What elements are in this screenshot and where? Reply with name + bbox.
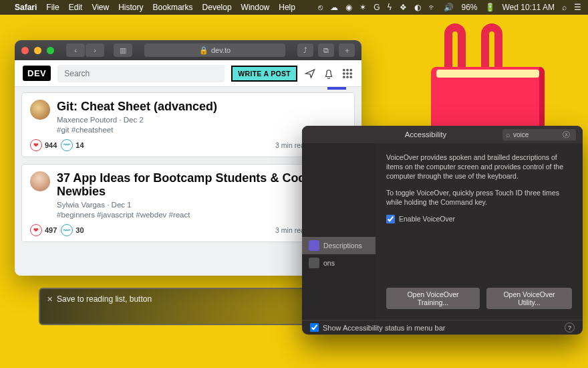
prefs-search-input[interactable] <box>513 131 560 139</box>
volume-icon[interactable]: 🔊 <box>444 3 454 12</box>
comment-count: 30 <box>76 226 84 234</box>
heart-icon[interactable]: ❤ <box>30 139 42 151</box>
prefs-title: Accessibility <box>349 130 502 139</box>
search-icon: ⌕ <box>506 130 510 139</box>
descriptions-icon <box>309 240 319 251</box>
prefs-content: VoiceOver provides spoken and brailled d… <box>376 143 583 320</box>
svg-point-0 <box>343 69 345 70</box>
safari-titlebar: ‹ › ▥ 🔒 dev.to ⤴ ⧉ ＋ <box>15 40 361 60</box>
avatar[interactable] <box>30 100 50 120</box>
battery-icon[interactable]: 🔋 <box>485 3 495 12</box>
open-utility-button[interactable]: Open VoiceOver Utility... <box>486 288 572 309</box>
heart-icon[interactable]: ❤ <box>30 224 42 236</box>
voiceover-toggle-hint: To toggle VoiceOver, quickly press Touch… <box>386 188 572 207</box>
post-title[interactable]: Git: Cheat Sheet (advanced) <box>57 100 346 114</box>
show-status-label: Show Accessibility status in menu bar <box>323 324 445 332</box>
siri-icon[interactable]: ☰ <box>574 3 581 12</box>
clock[interactable]: Wed 10:11 AM <box>502 3 555 12</box>
address-bar[interactable]: 🔒 dev.to <box>144 43 285 57</box>
sidebar-item-captions[interactable]: ons <box>302 254 376 272</box>
menu-bookmarks[interactable]: Bookmarks <box>153 3 193 12</box>
status-icon[interactable]: ϟ <box>387 3 392 12</box>
battery-percent[interactable]: 96% <box>461 3 477 12</box>
menu-window[interactable]: Window <box>241 3 270 12</box>
dev-logo[interactable]: DEV <box>23 66 51 81</box>
lock-icon: 🔒 <box>199 46 208 55</box>
svg-point-8 <box>350 76 351 78</box>
share-button[interactable]: ⤴ <box>297 43 313 57</box>
tabs-button[interactable]: ⧉ <box>318 43 334 57</box>
comment-icon[interactable]: 〰 <box>61 224 73 236</box>
write-post-button[interactable]: WRITE A POST <box>231 66 297 82</box>
reaction-count: 497 <box>45 226 57 234</box>
menu-help[interactable]: Help <box>279 3 295 12</box>
close-icon[interactable]: ✕ <box>47 295 53 304</box>
address-text: dev.to <box>211 46 231 54</box>
menu-view[interactable]: View <box>92 3 109 12</box>
svg-point-3 <box>343 72 345 74</box>
voiceover-description: VoiceOver provides spoken and brailled d… <box>386 153 572 181</box>
prefs-titlebar: Accessibility ⌕ ⓧ <box>302 126 583 143</box>
svg-point-5 <box>350 72 351 74</box>
comment-count: 14 <box>76 141 84 149</box>
menu-develop[interactable]: Develop <box>202 3 232 12</box>
status-icon[interactable]: ❖ <box>400 3 407 12</box>
accessibility-prefs-window: Accessibility ⌕ ⓧ Descriptions ons Voice… <box>302 126 583 335</box>
forward-button[interactable]: › <box>86 43 104 57</box>
prefs-search[interactable]: ⌕ ⓧ <box>502 129 576 141</box>
open-training-button[interactable]: Open VoiceOver Training... <box>386 288 480 309</box>
prefs-footer: Show Accessibility status in menu bar ? <box>302 320 583 335</box>
menu-history[interactable]: History <box>118 3 143 12</box>
sidebar-item-descriptions[interactable]: Descriptions <box>302 237 376 254</box>
accessibility-status-icon[interactable]: ◐ <box>414 3 421 12</box>
enable-voiceover-checkbox[interactable]: Enable VoiceOver <box>386 215 572 223</box>
connect-icon[interactable] <box>304 68 316 80</box>
spotlight-icon[interactable]: ⌕ <box>562 3 567 12</box>
sidebar-button[interactable]: ▥ <box>114 43 132 57</box>
menu-edit[interactable]: Edit <box>69 3 83 12</box>
reaction-count: 944 <box>45 141 57 149</box>
back-button[interactable]: ‹ <box>66 43 85 57</box>
window-close-button[interactable] <box>21 47 29 54</box>
macos-menubar: Safari File Edit View History Bookmarks … <box>0 0 588 15</box>
dev-site-header: DEV WRITE A POST <box>15 60 361 87</box>
post-meta: Maxence Poutord · Dec 2 <box>57 116 346 124</box>
captions-icon <box>309 258 319 268</box>
menu-grid-icon[interactable] <box>341 68 353 80</box>
help-icon[interactable]: ? <box>565 323 575 333</box>
window-minimize-button[interactable] <box>34 47 41 54</box>
status-icon[interactable]: ⎋ <box>318 3 323 12</box>
menu-file[interactable]: File <box>46 3 59 12</box>
svg-point-1 <box>347 69 348 70</box>
comment-icon[interactable]: 〰 <box>61 139 73 151</box>
svg-point-2 <box>350 69 351 70</box>
avatar[interactable] <box>30 171 50 191</box>
new-tab-button[interactable]: ＋ <box>339 43 355 57</box>
status-icon[interactable]: ✶ <box>359 3 366 12</box>
status-icon[interactable]: G <box>374 3 380 12</box>
menubar-app-name[interactable]: Safari <box>15 3 37 12</box>
status-icon[interactable]: ☁ <box>330 3 338 12</box>
clear-icon[interactable]: ⓧ <box>563 130 570 140</box>
svg-point-4 <box>347 72 348 74</box>
svg-point-7 <box>347 76 348 78</box>
prefs-sidebar: Descriptions ons <box>302 143 376 320</box>
window-zoom-button[interactable] <box>47 47 54 54</box>
show-status-checkbox[interactable] <box>310 323 319 332</box>
status-icon[interactable]: ◉ <box>345 3 352 12</box>
voiceover-caption-panel: ✕ Save to reading list, button <box>39 288 318 325</box>
notifications-icon[interactable] <box>323 68 335 80</box>
voiceover-caption-text: Save to reading list, button <box>57 294 152 304</box>
search-input[interactable] <box>57 65 225 82</box>
enable-voiceover-input[interactable] <box>386 215 395 223</box>
svg-point-6 <box>343 76 345 78</box>
wifi-icon[interactable]: ᯤ <box>428 3 436 12</box>
